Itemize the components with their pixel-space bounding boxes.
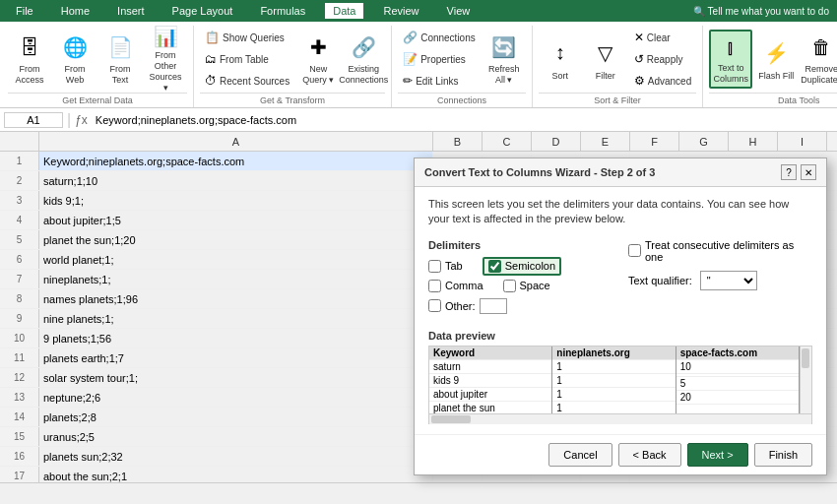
comma-checkbox[interactable] [428,280,441,292]
show-queries-label: Show Queries [223,32,285,43]
dialog-close-button[interactable]: ✕ [801,164,816,180]
other-checkbox[interactable] [428,299,441,312]
cell-a9[interactable]: nine planets;1; [39,309,433,328]
cell-a10[interactable]: 9 planets;1;56 [39,329,433,347]
col-header-f: F [630,132,679,151]
tab-formulas[interactable]: Formulas [252,3,313,19]
col-header-g: G [679,132,729,151]
row-number: 15 [0,427,39,446]
cell-reference[interactable] [4,112,63,128]
cell-a2[interactable]: saturn;1;10 [39,171,433,190]
connections-button[interactable]: 🔗 Connections [398,28,481,47]
preview-vscrollbar[interactable] [800,346,811,413]
semicolon-checkbox[interactable] [488,260,501,273]
sort-button[interactable]: ↕ Sort [539,30,582,89]
cell-a7[interactable]: nineplanets;1; [39,270,433,288]
tab-insert[interactable]: Insert [109,3,153,19]
refresh-all-button[interactable]: 🔄 Refresh All ▾ [483,30,526,89]
cell-a6[interactable]: world planet;1; [39,250,433,269]
reapply-button[interactable]: ↺ Reapply [629,49,696,69]
from-access-icon: 🗄 [14,32,45,62]
cell-a15[interactable]: uranus;2;5 [39,427,433,446]
convert-dialog: Convert Text to Columns Wizard - Step 2 … [414,158,827,475]
cell-a17[interactable]: about the sun;2;1 [39,467,433,482]
cell-a3[interactable]: kids 9;1; [39,191,433,210]
from-table-button[interactable]: 🗂 From Table [200,49,294,69]
next-button[interactable]: Next > [687,443,748,467]
preview-hscrollbar[interactable] [428,414,812,424]
semicolon-delimiter[interactable]: Semicolon [483,257,561,276]
edit-links-button[interactable]: ✏ Edit Links [398,71,481,91]
tab-review[interactable]: Review [375,3,426,19]
dialog-body: This screen lets you set the delimiters … [415,187,826,434]
group-connections: 🔗 Connections 📝 Properties ✏ Edit Links … [394,26,533,107]
cell-a14[interactable]: planets;2;8 [39,408,433,426]
properties-button[interactable]: 📝 Properties [398,49,481,69]
treat-consecutive-checkbox[interactable] [628,244,641,257]
flash-fill-button[interactable]: ⚡ Flash Fill [754,30,798,89]
tab-delimiter[interactable]: Tab [428,257,463,276]
treat-consecutive-label: Treat consecutive delimiters as one [645,239,812,263]
row-number: 6 [0,250,39,269]
row-number: 4 [0,211,39,229]
finish-button[interactable]: Finish [754,443,812,467]
formula-bar: | ƒx [0,108,837,132]
cell-a8[interactable]: names planets;1;96 [39,289,433,308]
ribbon-bar: 🗄 From Access 🌐 From Web 📄 From Text 📊 F… [0,22,837,108]
clear-button[interactable]: ✕ Clear [629,28,696,47]
existing-connections-button[interactable]: 🔗 Existing Connections [342,30,385,89]
treat-consecutive[interactable]: Treat consecutive delimiters as one [628,239,812,263]
filter-button[interactable]: ▽ Filter [584,30,627,89]
formula-input[interactable] [92,114,833,126]
cell-a16[interactable]: planets sun;2;32 [39,447,433,466]
back-button[interactable]: < Back [618,443,681,467]
from-other-button[interactable]: 📊 From Other Sources ▾ [144,30,187,89]
tab-home[interactable]: Home [53,3,97,19]
from-table-label: From Table [220,54,269,65]
cell-a13[interactable]: neptune;2;6 [39,388,433,407]
cell-a4[interactable]: about jupiter;1;5 [39,211,433,229]
data-preview-label: Data preview [428,330,812,342]
qualifier-label: Text qualifier: [628,275,692,286]
row-number: 7 [0,270,39,288]
recent-sources-button[interactable]: ⏱ Recent Sources [200,71,294,91]
other-input[interactable] [480,298,507,314]
from-web-icon: 🌐 [59,32,91,62]
from-access-button[interactable]: 🗄 From Access [8,30,51,89]
clear-icon: ✕ [634,31,644,44]
show-queries-button[interactable]: 📋 Show Queries [200,28,294,47]
recent-sources-label: Recent Sources [220,76,290,87]
data-preview: Keyword saturn kids 9 about jupiter plan… [428,346,812,424]
edit-links-icon: ✏ [403,74,413,88]
col-header-c: C [483,132,532,151]
preview-col-3: space-facts.com 10 5 20 [676,346,800,413]
cancel-button[interactable]: Cancel [548,443,612,467]
from-text-button[interactable]: 📄 From Text [98,30,142,89]
tab-checkbox[interactable] [428,260,441,273]
tab-file[interactable]: File [8,3,41,19]
cell-a12[interactable]: solar system tour;1; [39,368,433,387]
advanced-button[interactable]: ⚙ Advanced [629,71,696,91]
qualifier-select[interactable]: " ' {none} [700,271,757,290]
dialog-description: This screen lets you set the delimiters … [428,197,812,227]
cell-a5[interactable]: planet the sun;1;20 [39,230,433,249]
tab-view[interactable]: View [439,3,479,19]
row-number: 5 [0,230,39,249]
dialog-title-text: Convert Text to Columns Wizard - Step 2 … [424,166,655,178]
remove-duplicates-button[interactable]: 🗑 Remove Duplicates [800,30,837,89]
tab-page-layout[interactable]: Page Layout [164,3,241,19]
from-web-button[interactable]: 🌐 From Web [53,30,97,89]
group-get-external: 🗄 From Access 🌐 From Web 📄 From Text 📊 F… [4,26,194,107]
col-header-h: H [729,132,778,151]
text-to-columns-button[interactable]: ⫿ Text to Columns [709,30,752,89]
new-query-button[interactable]: ✚ New Query ▾ [296,30,340,89]
preview-col-1: Keyword saturn kids 9 about jupiter plan… [429,346,552,413]
remove-duplicates-icon: 🗑 [805,32,837,62]
space-delimiter[interactable]: Space [503,280,550,292]
space-checkbox[interactable] [503,280,516,292]
dialog-help-button[interactable]: ? [781,164,797,180]
cell-a1[interactable]: Keyword;nineplanets.org;space-facts.com [39,152,433,170]
comma-delimiter[interactable]: Comma [428,280,483,292]
cell-a11[interactable]: planets earth;1;7 [39,348,433,367]
tab-data[interactable]: Data [325,3,363,19]
